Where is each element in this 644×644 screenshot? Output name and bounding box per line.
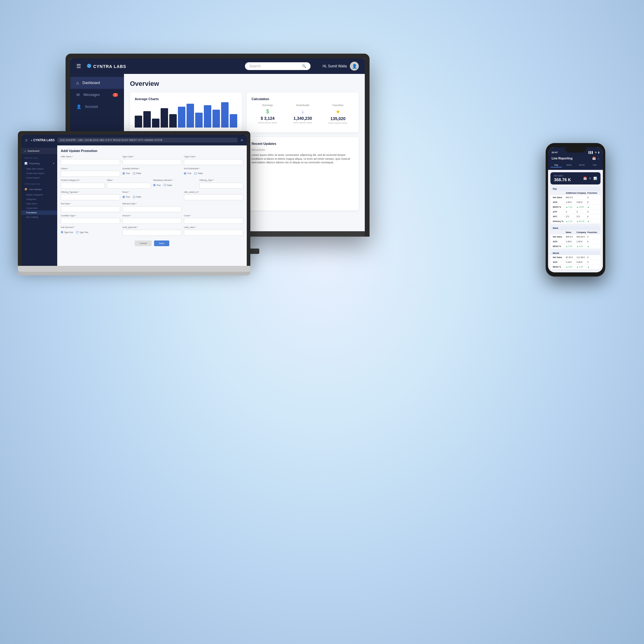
laptop-categories[interactable]: Categories <box>21 197 57 201</box>
sub-discount-type-two[interactable]: Type Two <box>76 231 88 233</box>
end-date-group: End Date * <box>61 203 120 212</box>
phone-metric-filter-icon[interactable]: ▼ <box>589 177 592 180</box>
offer-name-input[interactable] <box>61 159 120 165</box>
calculation-card: Calculation Earnings $ $ 3,124 lorem ips… <box>247 92 359 132</box>
room-false[interactable]: False <box>133 196 141 198</box>
sub-discount-label: Sub Discount * <box>61 226 120 228</box>
mandatory-false[interactable]: False <box>164 184 172 186</box>
offering-type-select[interactable] <box>199 183 243 189</box>
rtype-code-select[interactable] <box>184 159 243 165</box>
qty-defense-true[interactable]: True <box>122 172 130 175</box>
recent-updates-card: Recent Updates 05/12/2020 Lorem ipsum do… <box>247 137 359 210</box>
phone-tab-month[interactable]: Month <box>576 163 588 167</box>
week-bdss-c2: ▲ 0.07 <box>577 245 587 247</box>
avatar[interactable]: 👤 <box>350 62 359 71</box>
laptop-master-categories[interactable]: Master Categories <box>21 193 57 197</box>
effective-date-input[interactable] <box>122 206 182 212</box>
search-box[interactable]: Search 🔍 <box>245 62 311 70</box>
laptop-promotions[interactable]: Promotions <box>21 210 57 215</box>
laptop-sidebar-reporting[interactable]: 📊 Reporting ▾ <box>21 160 57 167</box>
laptop-invoice-report[interactable]: Invoice Report <box>21 176 57 180</box>
mandatory-true[interactable]: True <box>153 184 161 186</box>
form-title: Add/ Update Promotion <box>61 149 243 153</box>
laptop-tender-report[interactable]: Tender-wise Report <box>21 171 57 176</box>
amount-input[interactable] <box>122 218 182 224</box>
phone-body: Net Sales 368.76 K 📅 ▼ 📊 Day <box>548 170 603 272</box>
search-placeholder: Search <box>249 64 300 68</box>
state-label: State * <box>107 179 151 181</box>
favorites-icon: ★ <box>322 108 354 115</box>
end-dist-false[interactable]: False <box>194 172 203 175</box>
laptop-sidebar-reporting-section: REPORTING <box>21 156 57 160</box>
hamburger-icon[interactable]: ☰ <box>76 63 81 69</box>
phone-day-row-net-sales: Net Sales 900.5 K 0 <box>550 195 600 200</box>
product-category-input[interactable] <box>61 183 105 189</box>
phone-home-icon[interactable]: ⌂ <box>598 157 599 160</box>
offering-type-group: Offering_Type * <box>199 179 243 189</box>
qty-defense-false[interactable]: False <box>133 172 141 175</box>
cancel-button[interactable]: Cancel <box>135 240 152 246</box>
net-sales-label: Net Sales <box>553 196 566 198</box>
mandatory-radio: True False <box>153 182 197 188</box>
phone-calendar-icon[interactable]: 📅 <box>592 157 596 160</box>
mold-value-input[interactable] <box>184 230 243 236</box>
phone-status-icons: ▌▌▌ ⊛ ▮ <box>589 151 599 154</box>
room-true[interactable]: True <box>122 196 130 198</box>
condition-type-select[interactable] <box>61 218 120 224</box>
laptop-daily-sales[interactable]: Daily Sales Report <box>21 167 57 171</box>
phone-week-col-company: Company <box>577 231 587 233</box>
phone-metric-chart-icon[interactable]: 📊 <box>593 177 597 180</box>
phone-signal-icon: ▌▌▌ <box>589 151 594 154</box>
offering-type-label: Offering_Type * <box>199 179 243 181</box>
bar-7 <box>187 104 194 128</box>
phone-tab-year[interactable]: Year <box>589 163 600 167</box>
bar-2 <box>143 111 151 128</box>
calc-favorites: Favorites ★ 135,020 lorem ipsum dolor <box>322 104 354 124</box>
phone-tab-week[interactable]: Week <box>563 163 575 167</box>
qty-defense-label: Quantity Defense * <box>122 167 182 170</box>
delivery-franchise: ▲ <box>587 220 598 222</box>
type-code-select[interactable] <box>122 159 182 165</box>
phone-week-col-franchise: Franchise <box>587 231 598 233</box>
end-date-input[interactable] <box>61 206 120 212</box>
qty-defense-radio: True False <box>122 170 182 176</box>
form-row-6: Condition Type * Amount * Count * <box>61 215 243 224</box>
laptop-settings-icon[interactable]: ⚙ <box>240 139 243 142</box>
aot-company: 3 <box>577 211 587 213</box>
sidebar-item-dashboard[interactable]: ⌂ Dashboard <box>70 77 124 89</box>
laptop-item-master-section: ITEM MASTER <box>21 182 57 186</box>
phone-metric-row: Net Sales 368.76 K 📅 ▼ 📊 <box>554 175 597 182</box>
end-dist-true[interactable]: True <box>184 172 191 175</box>
offering-typesale-input[interactable] <box>61 194 120 200</box>
laptop-sidebar-dashboard[interactable]: ⌂ Dashboard <box>21 148 57 154</box>
sub-discount-type-one[interactable]: Type One <box>61 231 73 233</box>
count-group: Count * <box>184 215 243 224</box>
phone-month-table: Month Net Sales 87.33 K 111.08 K 0 AOS 2… <box>550 251 600 269</box>
favorites-label: Favorites <box>322 104 354 107</box>
mold-typecode-select[interactable] <box>122 230 182 236</box>
save-button[interactable]: Save <box>154 240 169 246</box>
value-input[interactable] <box>61 171 120 177</box>
week-aos-label: AOS <box>553 240 566 243</box>
phone-tab-day[interactable]: Day <box>550 163 562 167</box>
week-bdss-label: BDSS % <box>553 245 566 247</box>
laptop-sales-items[interactable]: Sales Items <box>21 201 57 206</box>
earnings-value: $ 3,124 <box>252 116 284 121</box>
laptop-body: ⌂ Dashboard REPORTING 📊 Reporting ▾ Dail… <box>21 145 247 266</box>
type-code-group: Type Code * <box>122 156 182 165</box>
sidebar-item-messages[interactable]: ✉ Messages 3 <box>70 89 124 101</box>
state-input[interactable] <box>107 183 151 189</box>
calc-earnings: Earnings $ $ 3,124 lorem ipsum dolor <box>252 104 284 124</box>
net-sales-additional: 900.5 K <box>566 196 576 198</box>
sidebar-item-account[interactable]: 👤 Account <box>70 101 124 113</box>
earnings-sub: lorem ipsum dolor <box>252 121 284 124</box>
downloads-label: Downloads <box>287 104 319 107</box>
laptop-combo-item[interactable]: Combo Item <box>21 206 57 210</box>
phone-app-header: Live Reporting 📅 ⌂ <box>548 155 603 163</box>
offer-article-select[interactable] <box>184 194 243 200</box>
phone-metric-calendar-icon[interactable]: 📅 <box>583 177 587 180</box>
laptop-hamburger-icon[interactable]: ☰ <box>25 139 28 142</box>
laptop-item-catalog[interactable]: Item Catalog <box>21 215 57 219</box>
laptop-item-master[interactable]: 📦 Item Master <box>21 186 57 193</box>
count-input[interactable] <box>184 218 243 224</box>
